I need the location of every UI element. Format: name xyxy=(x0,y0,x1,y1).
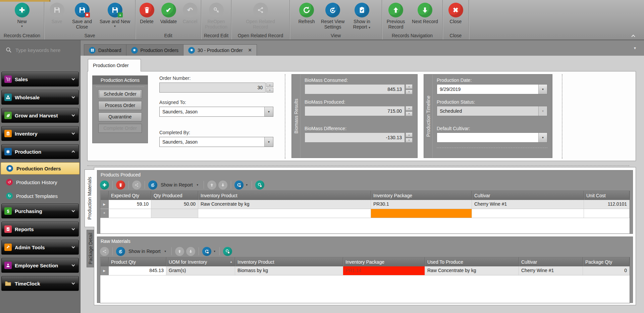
spin-down-icon[interactable]: ▼ xyxy=(266,88,273,93)
sidebar-item-timeclock[interactable]: TimeClock xyxy=(1,276,79,291)
show-in-report-button[interactable]: Show in Report▼ xyxy=(348,2,376,30)
column-header[interactable]: Qty Produced xyxy=(151,191,198,200)
biomass-produced-field[interactable]: 715.00 ▲▼ xyxy=(305,106,413,116)
tab-dashboard[interactable]: Dashboard xyxy=(84,44,126,56)
best-fit-button[interactable] xyxy=(255,180,264,190)
column-header-sorted[interactable]: UOM for Inventory ▲ xyxy=(166,257,235,266)
package-qty-cell[interactable]: 0 xyxy=(583,266,630,275)
column-header[interactable]: Inventory Product xyxy=(235,257,343,266)
sidebar-item-grow-and-harvest[interactable]: Grow and Harvest xyxy=(1,108,79,123)
spin-up-icon[interactable]: ▲ xyxy=(406,84,413,89)
column-header[interactable]: Inventory Package xyxy=(343,257,425,266)
spin-down-icon[interactable]: ▼ xyxy=(406,138,413,143)
expected-qty-cell[interactable] xyxy=(109,209,151,218)
sidebar-item-admin-tools[interactable]: Admin Tools xyxy=(1,240,79,255)
chevron-down-icon[interactable]: ▼ xyxy=(538,85,547,94)
cultivar-cell[interactable]: Cherry Wine #1 xyxy=(472,200,584,209)
chevron-down-icon[interactable]: ▼ xyxy=(538,133,547,142)
column-header[interactable]: Cultivar xyxy=(519,257,583,266)
qty-produced-cell[interactable] xyxy=(151,209,198,218)
biomass-consumed-field[interactable]: 845.13 ▲▼ xyxy=(305,84,413,94)
sidebar-item-wholesale[interactable]: Wholesale xyxy=(1,90,79,105)
add-row-button[interactable]: ✚ xyxy=(100,180,109,190)
show-in-report-button[interactable]: Show in Report ▼ xyxy=(127,249,168,254)
move-up-button[interactable] xyxy=(175,247,184,256)
inventory-product-cell[interactable]: Raw Concentrate by kg xyxy=(198,200,371,209)
inventory-package-cell-warning[interactable] xyxy=(371,209,472,218)
chevron-down-icon[interactable]: ▼ xyxy=(264,137,273,147)
spin-up-icon[interactable]: ▲ xyxy=(406,106,413,111)
unit-cost-cell[interactable] xyxy=(584,209,630,218)
move-down-button[interactable] xyxy=(218,180,227,190)
export-button[interactable] xyxy=(234,180,244,190)
previous-record-button[interactable]: Previous Record xyxy=(383,2,408,30)
spin-down-icon[interactable]: ▼ xyxy=(406,90,413,94)
move-down-button[interactable] xyxy=(186,247,195,256)
save-button[interactable]: Save xyxy=(48,2,66,24)
process-order-button[interactable]: Process Order xyxy=(98,101,142,110)
column-header[interactable]: Inventory Package xyxy=(371,191,472,200)
show-in-report-button[interactable]: Show in Report ▼ xyxy=(159,182,200,188)
move-up-button[interactable] xyxy=(207,180,216,190)
open-related-record-button[interactable]: Open Related Record xyxy=(240,2,281,30)
product-qty-cell[interactable]: 845.13 xyxy=(109,266,166,275)
cultivar-cell[interactable]: Cherry Wine #1 xyxy=(519,266,583,275)
save-and-new-button[interactable]: ＋ Save and New ▼ xyxy=(98,2,132,28)
column-header[interactable]: Cultivar xyxy=(472,191,584,200)
close-button[interactable]: ✖ Close xyxy=(446,2,466,24)
used-to-produce-cell[interactable]: Raw Concentrate by kg xyxy=(425,266,519,275)
completed-by-combo[interactable]: Saunders, Jason ▼ xyxy=(159,137,273,147)
reopen-production-button[interactable]: ReOpen Production xyxy=(202,2,231,30)
default-cultivar-combo[interactable]: ▼ xyxy=(437,133,547,143)
column-header[interactable]: Unit Cost xyxy=(584,191,630,200)
column-header[interactable]: Package Qty xyxy=(583,257,630,266)
tab-package-detail[interactable]: Package Detail xyxy=(87,230,94,267)
reset-view-button[interactable] xyxy=(148,180,157,190)
refresh-button[interactable]: Refresh xyxy=(296,2,317,24)
delete-row-button[interactable] xyxy=(116,180,125,190)
unit-cost-cell[interactable]: 112.0101 xyxy=(584,200,630,209)
export-button[interactable] xyxy=(202,247,211,256)
search-input[interactable]: Type keywords here xyxy=(0,43,80,57)
new-button[interactable]: ✚ New ▼ xyxy=(9,2,35,28)
share-button[interactable] xyxy=(132,180,141,190)
column-header[interactable]: Inventory Product xyxy=(198,191,371,200)
tab-30-production-order[interactable]: ✱ 30 - Production Order ✕ xyxy=(183,44,257,56)
sidebar-item-sales[interactable]: Sales xyxy=(1,72,79,87)
inventory-package-cell-error[interactable]: PR1.14 xyxy=(343,266,425,275)
tab-production-materials[interactable]: Production Materials xyxy=(85,169,94,227)
column-header[interactable]: Product Qty xyxy=(109,257,166,266)
sidebar-item-inventory[interactable]: Inventory xyxy=(1,126,79,141)
order-number-field[interactable]: 30 ▲▼ xyxy=(159,83,273,93)
production-status-combo[interactable]: Scheduled ▼ xyxy=(437,106,547,116)
tab-close-icon[interactable]: ✕ xyxy=(248,48,252,53)
inventory-product-cell[interactable]: Biomass by kg xyxy=(235,266,343,275)
tab-overflow-chevron[interactable]: ▼ xyxy=(633,46,637,50)
tab-production-order-page[interactable]: Production Order xyxy=(88,59,141,71)
assigned-to-combo[interactable]: Saunders, Jason ▼ xyxy=(159,107,273,117)
sidebar-item-employee-section[interactable]: Employee Section xyxy=(1,258,79,273)
ribbon-collapse-chevron[interactable] xyxy=(632,34,637,37)
sidebar-item-reports[interactable]: Reports xyxy=(1,222,79,237)
qty-produced-cell[interactable]: 50.00 xyxy=(151,200,198,209)
sidebar-item-production-orders[interactable]: ✱ Production Orders xyxy=(1,162,79,174)
sidebar-item-product-templates[interactable]: ↻ Product Templates xyxy=(1,190,79,202)
biomass-difference-field[interactable]: -130.13 ▲▼ xyxy=(305,133,413,143)
uom-cell[interactable]: Gram(s) xyxy=(166,266,235,275)
quarantine-button[interactable]: Quarantine xyxy=(98,112,142,121)
chevron-down-icon[interactable]: ▼ xyxy=(246,184,248,187)
best-fit-button[interactable] xyxy=(223,247,232,256)
inventory-product-cell[interactable] xyxy=(198,209,371,218)
spin-up-icon[interactable]: ▲ xyxy=(406,133,413,137)
column-header[interactable]: Expected Qty xyxy=(109,191,151,200)
sidebar-item-production-history[interactable]: ↺ Production History xyxy=(1,176,79,188)
next-record-button[interactable]: Next Record xyxy=(409,2,441,24)
column-header[interactable]: Used To Produce xyxy=(425,257,519,266)
chevron-down-icon[interactable]: ▼ xyxy=(264,107,273,116)
cultivar-cell[interactable] xyxy=(472,209,584,218)
delete-button[interactable]: Delete xyxy=(137,2,157,24)
expected-qty-cell[interactable]: 59.10 xyxy=(109,200,151,209)
spin-down-icon[interactable]: ▼ xyxy=(406,111,413,116)
schedule-order-button[interactable]: Schedule Order xyxy=(98,90,142,99)
validate-button[interactable]: ✔ Validate xyxy=(158,2,180,24)
